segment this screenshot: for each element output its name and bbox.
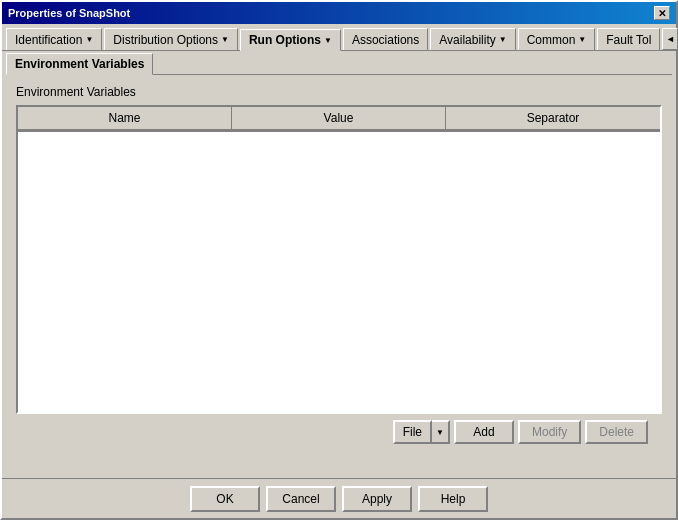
file-button-group: File ▼ bbox=[393, 420, 450, 444]
delete-button[interactable]: Delete bbox=[585, 420, 648, 444]
tab-common-arrow: ▼ bbox=[578, 35, 586, 44]
tab-distribution-options[interactable]: Distribution Options ▼ bbox=[104, 28, 238, 50]
file-button[interactable]: File bbox=[393, 420, 432, 444]
tab-fault-tol[interactable]: Fault Tol bbox=[597, 28, 660, 50]
tab-environment-variables[interactable]: Environment Variables bbox=[6, 53, 153, 75]
tab-run-options-arrow: ▼ bbox=[324, 36, 332, 45]
tab-row-1: Identification ▼ Distribution Options ▼ … bbox=[2, 24, 676, 51]
col-name: Name bbox=[18, 107, 232, 131]
tab-associations-label: Associations bbox=[352, 33, 419, 47]
tab-common[interactable]: Common ▼ bbox=[518, 28, 596, 50]
main-window: Properties of SnapShot ✕ Identification … bbox=[0, 0, 678, 520]
tab-environment-variables-label: Environment Variables bbox=[15, 57, 144, 71]
tab-nav-row: ◄ ► bbox=[662, 28, 678, 50]
tab-fault-tol-label: Fault Tol bbox=[606, 33, 651, 47]
tab-identification-label: Identification bbox=[15, 33, 82, 47]
tab-availability-label: Availability bbox=[439, 33, 495, 47]
tab-run-options[interactable]: Run Options ▼ bbox=[240, 29, 341, 51]
col-value: Value bbox=[232, 107, 446, 131]
tab-distribution-options-arrow: ▼ bbox=[221, 35, 229, 44]
tab-row-2: Environment Variables bbox=[2, 51, 676, 74]
tab-distribution-options-label: Distribution Options bbox=[113, 33, 218, 47]
tab-identification-arrow: ▼ bbox=[85, 35, 93, 44]
tab-associations[interactable]: Associations bbox=[343, 28, 428, 50]
footer-bar: OK Cancel Apply Help bbox=[2, 478, 676, 518]
file-dropdown-arrow[interactable]: ▼ bbox=[432, 420, 450, 444]
content-area: Environment Variables Name Value Separat… bbox=[2, 75, 676, 460]
tab-availability-arrow: ▼ bbox=[499, 35, 507, 44]
tab-identification[interactable]: Identification ▼ bbox=[6, 28, 102, 50]
tab-common-label: Common bbox=[527, 33, 576, 47]
close-button[interactable]: ✕ bbox=[654, 6, 670, 20]
apply-button[interactable]: Apply bbox=[342, 486, 412, 512]
tab-run-options-label: Run Options bbox=[249, 33, 321, 47]
tab-availability[interactable]: Availability ▼ bbox=[430, 28, 515, 50]
cancel-button[interactable]: Cancel bbox=[266, 486, 336, 512]
help-button[interactable]: Help bbox=[418, 486, 488, 512]
table-body[interactable] bbox=[18, 132, 660, 412]
tab-nav-left[interactable]: ◄ bbox=[662, 28, 678, 50]
add-button[interactable]: Add bbox=[454, 420, 514, 444]
modify-button[interactable]: Modify bbox=[518, 420, 581, 444]
window-title: Properties of SnapShot bbox=[8, 7, 130, 19]
section-label: Environment Variables bbox=[16, 85, 662, 99]
env-vars-table: Name Value Separator bbox=[16, 105, 662, 414]
table-header: Name Value Separator bbox=[18, 107, 660, 132]
action-buttons-row: File ▼ Add Modify Delete bbox=[16, 414, 662, 450]
title-bar: Properties of SnapShot ✕ bbox=[2, 2, 676, 24]
col-separator: Separator bbox=[446, 107, 660, 131]
ok-button[interactable]: OK bbox=[190, 486, 260, 512]
